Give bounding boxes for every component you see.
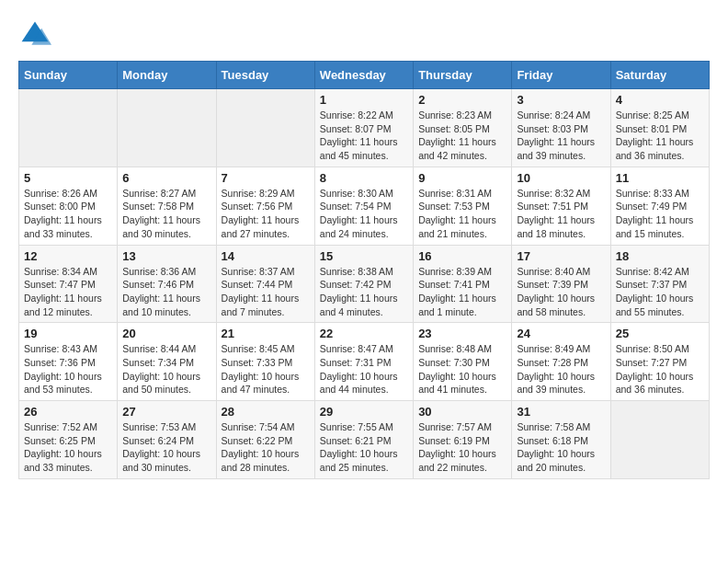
day-info: Sunrise: 8:40 AM Sunset: 7:39 PM Dayligh… [517,265,605,319]
calendar-week-0: 1Sunrise: 8:22 AM Sunset: 8:07 PM Daylig… [19,89,710,167]
day-number: 12 [24,249,112,263]
calendar-cell: 12Sunrise: 8:34 AM Sunset: 7:47 PM Dayli… [19,245,118,323]
calendar-cell: 16Sunrise: 8:39 AM Sunset: 7:41 PM Dayli… [414,245,512,323]
weekday-header-wednesday: Wednesday [314,62,413,89]
day-info: Sunrise: 7:52 AM Sunset: 6:25 PM Dayligh… [24,420,112,475]
calendar-cell: 11Sunrise: 8:33 AM Sunset: 7:49 PM Dayli… [610,167,709,245]
calendar-cell: 9Sunrise: 8:31 AM Sunset: 7:53 PM Daylig… [414,167,512,245]
day-info: Sunrise: 8:32 AM Sunset: 7:51 PM Dayligh… [517,187,605,241]
day-number: 22 [320,327,408,340]
day-number: 17 [517,249,605,263]
day-number: 23 [418,327,506,340]
day-number: 26 [24,405,112,419]
day-number: 19 [24,327,112,340]
day-info: Sunrise: 8:30 AM Sunset: 7:54 PM Dayligh… [320,187,408,241]
day-info: Sunrise: 8:36 AM Sunset: 7:46 PM Dayligh… [122,265,210,319]
calendar-cell: 4Sunrise: 8:25 AM Sunset: 8:01 PM Daylig… [610,89,709,167]
day-number: 14 [222,249,310,263]
day-info: Sunrise: 8:49 AM Sunset: 7:28 PM Dayligh… [517,342,605,396]
page-header [18,18,710,52]
day-info: Sunrise: 8:23 AM Sunset: 8:05 PM Dayligh… [418,109,506,163]
day-info: Sunrise: 8:50 AM Sunset: 7:27 PM Dayligh… [616,342,704,396]
day-number: 7 [222,171,310,185]
weekday-header-saturday: Saturday [610,62,709,89]
day-info: Sunrise: 8:37 AM Sunset: 7:44 PM Dayligh… [222,265,310,319]
day-number: 5 [24,171,112,185]
calendar-week-3: 19Sunrise: 8:43 AM Sunset: 7:36 PM Dayli… [19,323,710,401]
calendar-cell: 23Sunrise: 8:48 AM Sunset: 7:30 PM Dayli… [414,323,512,401]
calendar-cell: 6Sunrise: 8:27 AM Sunset: 7:58 PM Daylig… [118,167,216,245]
weekday-header-monday: Monday [118,62,216,89]
day-info: Sunrise: 8:43 AM Sunset: 7:36 PM Dayligh… [24,342,112,396]
weekday-header-thursday: Thursday [414,62,512,89]
calendar-cell: 2Sunrise: 8:23 AM Sunset: 8:05 PM Daylig… [414,89,512,167]
day-number: 4 [616,93,704,107]
day-number: 29 [320,405,408,419]
day-info: Sunrise: 8:38 AM Sunset: 7:42 PM Dayligh… [320,265,408,319]
calendar-cell: 29Sunrise: 7:55 AM Sunset: 6:21 PM Dayli… [314,401,413,479]
calendar-cell: 14Sunrise: 8:37 AM Sunset: 7:44 PM Dayli… [216,245,314,323]
day-info: Sunrise: 7:54 AM Sunset: 6:22 PM Dayligh… [222,420,310,475]
day-info: Sunrise: 8:45 AM Sunset: 7:33 PM Dayligh… [222,342,310,396]
calendar-cell: 17Sunrise: 8:40 AM Sunset: 7:39 PM Dayli… [512,245,610,323]
calendar-cell: 13Sunrise: 8:36 AM Sunset: 7:46 PM Dayli… [118,245,216,323]
logo-icon [18,18,51,52]
day-number: 24 [517,327,605,340]
calendar-cell: 22Sunrise: 8:47 AM Sunset: 7:31 PM Dayli… [314,323,413,401]
day-info: Sunrise: 8:27 AM Sunset: 7:58 PM Dayligh… [122,187,210,241]
day-info: Sunrise: 8:31 AM Sunset: 7:53 PM Dayligh… [418,187,506,241]
day-number: 28 [222,405,310,419]
day-info: Sunrise: 8:22 AM Sunset: 8:07 PM Dayligh… [320,109,408,163]
day-number: 8 [320,171,408,185]
day-number: 10 [517,171,605,185]
calendar-cell: 18Sunrise: 8:42 AM Sunset: 7:37 PM Dayli… [610,245,709,323]
day-info: Sunrise: 8:34 AM Sunset: 7:47 PM Dayligh… [24,265,112,319]
calendar-cell: 28Sunrise: 7:54 AM Sunset: 6:22 PM Dayli… [216,401,314,479]
day-number: 3 [517,93,605,107]
calendar-cell: 10Sunrise: 8:32 AM Sunset: 7:51 PM Dayli… [512,167,610,245]
day-number: 2 [418,93,506,107]
calendar-cell: 27Sunrise: 7:53 AM Sunset: 6:24 PM Dayli… [118,401,216,479]
calendar-cell [610,401,709,479]
day-number: 21 [222,327,310,340]
day-number: 9 [418,171,506,185]
day-number: 16 [418,249,506,263]
day-info: Sunrise: 8:24 AM Sunset: 8:03 PM Dayligh… [517,109,605,163]
day-number: 15 [320,249,408,263]
day-info: Sunrise: 8:25 AM Sunset: 8:01 PM Dayligh… [616,109,704,163]
calendar-week-2: 12Sunrise: 8:34 AM Sunset: 7:47 PM Dayli… [19,245,710,323]
day-info: Sunrise: 8:47 AM Sunset: 7:31 PM Dayligh… [320,342,408,396]
day-info: Sunrise: 7:53 AM Sunset: 6:24 PM Dayligh… [122,420,210,475]
calendar-cell: 31Sunrise: 7:58 AM Sunset: 6:18 PM Dayli… [512,401,610,479]
weekday-header-row: SundayMondayTuesdayWednesdayThursdayFrid… [19,62,710,89]
day-info: Sunrise: 8:33 AM Sunset: 7:49 PM Dayligh… [616,187,704,241]
calendar-cell: 25Sunrise: 8:50 AM Sunset: 7:27 PM Dayli… [610,323,709,401]
day-number: 13 [122,249,210,263]
calendar-cell [216,89,314,167]
day-number: 31 [517,405,605,419]
calendar-cell: 8Sunrise: 8:30 AM Sunset: 7:54 PM Daylig… [314,167,413,245]
calendar-cell: 7Sunrise: 8:29 AM Sunset: 7:56 PM Daylig… [216,167,314,245]
calendar-cell: 26Sunrise: 7:52 AM Sunset: 6:25 PM Dayli… [19,401,118,479]
calendar-week-1: 5Sunrise: 8:26 AM Sunset: 8:00 PM Daylig… [19,167,710,245]
calendar-week-4: 26Sunrise: 7:52 AM Sunset: 6:25 PM Dayli… [19,401,710,479]
calendar-cell: 15Sunrise: 8:38 AM Sunset: 7:42 PM Dayli… [314,245,413,323]
day-info: Sunrise: 8:44 AM Sunset: 7:34 PM Dayligh… [122,342,210,396]
weekday-header-tuesday: Tuesday [216,62,314,89]
day-number: 18 [616,249,704,263]
calendar-cell: 19Sunrise: 8:43 AM Sunset: 7:36 PM Dayli… [19,323,118,401]
day-info: Sunrise: 7:58 AM Sunset: 6:18 PM Dayligh… [517,420,605,475]
day-number: 11 [616,171,704,185]
calendar-cell [19,89,118,167]
day-number: 30 [418,405,506,419]
day-number: 6 [122,171,210,185]
calendar-cell: 24Sunrise: 8:49 AM Sunset: 7:28 PM Dayli… [512,323,610,401]
calendar-cell [118,89,216,167]
day-info: Sunrise: 8:26 AM Sunset: 8:00 PM Dayligh… [24,187,112,241]
day-info: Sunrise: 7:55 AM Sunset: 6:21 PM Dayligh… [320,420,408,475]
day-number: 20 [122,327,210,340]
weekday-header-sunday: Sunday [19,62,118,89]
day-info: Sunrise: 8:29 AM Sunset: 7:56 PM Dayligh… [222,187,310,241]
calendar-cell: 30Sunrise: 7:57 AM Sunset: 6:19 PM Dayli… [414,401,512,479]
day-info: Sunrise: 8:42 AM Sunset: 7:37 PM Dayligh… [616,265,704,319]
